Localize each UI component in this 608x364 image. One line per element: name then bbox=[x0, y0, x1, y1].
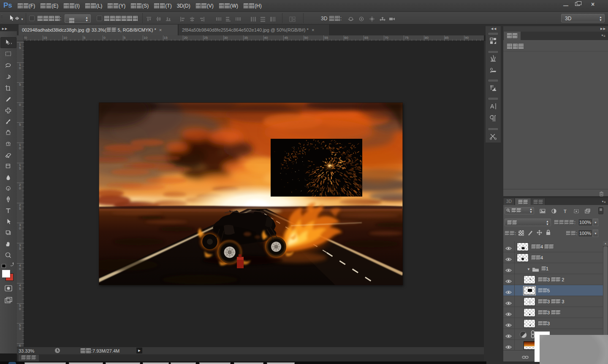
svg-text:T: T bbox=[564, 209, 567, 214]
svg-text:A: A bbox=[490, 103, 494, 110]
